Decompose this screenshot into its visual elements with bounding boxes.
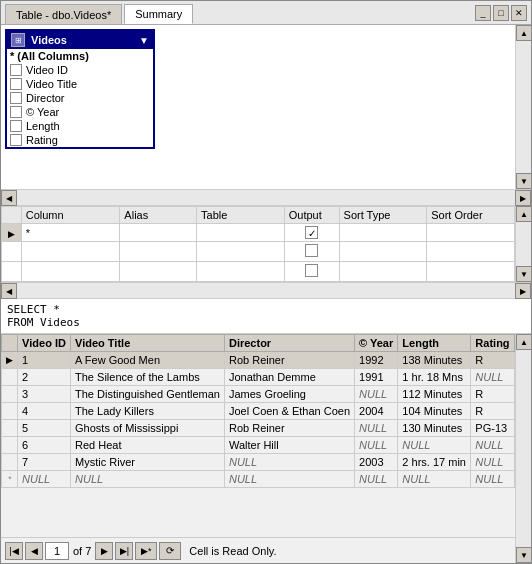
nav-new-btn[interactable]: ▶* xyxy=(135,542,157,560)
schema-scroll-left[interactable]: ◀ xyxy=(1,190,17,206)
grid-row2-output[interactable] xyxy=(284,242,339,262)
schema-col-4[interactable]: © Year xyxy=(7,105,153,119)
grid-hscroll[interactable]: ◀ ▶ xyxy=(1,283,531,299)
grid-row2-sortorder[interactable] xyxy=(427,242,515,262)
schema-col-6[interactable]: Rating xyxy=(7,133,153,147)
maximize-button[interactable]: □ xyxy=(493,5,509,21)
schema-col-checkbox-4[interactable] xyxy=(10,106,22,118)
grid-row3-sorttype[interactable] xyxy=(339,262,427,282)
grid-row1-table[interactable] xyxy=(197,224,285,242)
grid-row2-check[interactable] xyxy=(305,244,318,257)
grid-row1-sortorder[interactable] xyxy=(427,224,515,242)
results-row-year-2[interactable]: 1991 xyxy=(355,369,398,386)
results-row-director-3[interactable]: James Groeling xyxy=(224,386,354,403)
grid-scroll-down[interactable]: ▼ xyxy=(516,266,531,282)
results-row-id-4[interactable]: 4 xyxy=(18,403,71,420)
results-row-rating-3[interactable]: R xyxy=(471,386,515,403)
grid-row1-alias[interactable] xyxy=(120,224,197,242)
schema-scroll-up[interactable]: ▲ xyxy=(516,25,531,41)
schema-col-checkbox-5[interactable] xyxy=(10,120,22,132)
results-row-director-4[interactable]: Joel Coen & Ethan Coen xyxy=(224,403,354,420)
grid-vscroll[interactable]: ▲ ▼ xyxy=(515,206,531,282)
results-row-year-5[interactable]: NULL xyxy=(355,420,398,437)
results-row-year-4[interactable]: 2004 xyxy=(355,403,398,420)
grid-row1-col[interactable]: * xyxy=(21,224,120,242)
results-row-director-5[interactable]: Rob Reiner xyxy=(224,420,354,437)
schema-scroll-down[interactable]: ▼ xyxy=(516,173,531,189)
results-row-title-4[interactable]: The Lady Killers xyxy=(71,403,225,420)
grid-row2-table[interactable] xyxy=(197,242,285,262)
results-row-year-6[interactable]: NULL xyxy=(355,437,398,454)
grid-row2-sorttype[interactable] xyxy=(339,242,427,262)
grid-row1-output[interactable]: ✓ xyxy=(284,224,339,242)
grid-row3-sortorder[interactable] xyxy=(427,262,515,282)
results-table-wrap[interactable]: Video ID Video Title Director © Year Len… xyxy=(1,334,515,537)
schema-vscroll[interactable]: ▲ ▼ xyxy=(515,25,531,189)
results-row-rating-4[interactable]: R xyxy=(471,403,515,420)
results-row-id-6[interactable]: 6 xyxy=(18,437,71,454)
table-collapse-btn[interactable]: ▼ xyxy=(139,35,149,46)
results-row-title-1[interactable]: A Few Good Men xyxy=(71,352,225,369)
results-row-id-7[interactable]: 7 xyxy=(18,454,71,471)
schema-col-2[interactable]: Video Title xyxy=(7,77,153,91)
results-row-length-3[interactable]: 112 Minutes xyxy=(398,386,471,403)
results-row-title-8[interactable]: NULL xyxy=(71,471,225,488)
results-row-year-1[interactable]: 1992 xyxy=(355,352,398,369)
results-row-id-3[interactable]: 3 xyxy=(18,386,71,403)
results-row-length-4[interactable]: 104 Minutes xyxy=(398,403,471,420)
nav-prev-btn[interactable]: ◀ xyxy=(25,542,43,560)
results-row-rating-7[interactable]: NULL xyxy=(471,454,515,471)
nav-next-btn[interactable]: ▶ xyxy=(95,542,113,560)
grid-row3-output[interactable] xyxy=(284,262,339,282)
schema-col-checkbox-3[interactable] xyxy=(10,92,22,104)
results-vscroll[interactable]: ▲ ▼ xyxy=(515,334,531,563)
grid-row2-col[interactable] xyxy=(21,242,120,262)
results-row-id-2[interactable]: 2 xyxy=(18,369,71,386)
results-row-length-8[interactable]: NULL xyxy=(398,471,471,488)
results-row-rating-8[interactable]: NULL xyxy=(471,471,515,488)
grid-row3-check[interactable] xyxy=(305,264,318,277)
grid-row1-sorttype[interactable] xyxy=(339,224,427,242)
grid-row3-alias[interactable] xyxy=(120,262,197,282)
grid-row1-check[interactable]: ✓ xyxy=(305,226,318,239)
results-row-rating-5[interactable]: PG-13 xyxy=(471,420,515,437)
grid-row3-col[interactable] xyxy=(21,262,120,282)
results-row-year-7[interactable]: 2003 xyxy=(355,454,398,471)
results-row-length-2[interactable]: 1 hr. 18 Mns xyxy=(398,369,471,386)
all-columns-row[interactable]: * (All Columns) xyxy=(7,49,153,63)
schema-col-checkbox-6[interactable] xyxy=(10,134,22,146)
results-row-length-1[interactable]: 138 Minutes xyxy=(398,352,471,369)
results-row-rating-6[interactable]: NULL xyxy=(471,437,515,454)
grid-row2-alias[interactable] xyxy=(120,242,197,262)
results-row-id-1[interactable]: 1 xyxy=(18,352,71,369)
results-scroll-down[interactable]: ▼ xyxy=(516,547,531,563)
close-button[interactable]: ✕ xyxy=(511,5,527,21)
nav-refresh-btn[interactable]: ⟳ xyxy=(159,542,181,560)
results-row-length-6[interactable]: NULL xyxy=(398,437,471,454)
schema-col-1[interactable]: Video ID xyxy=(7,63,153,77)
results-row-title-7[interactable]: Mystic River xyxy=(71,454,225,471)
results-row-year-8[interactable]: NULL xyxy=(355,471,398,488)
results-row-year-3[interactable]: NULL xyxy=(355,386,398,403)
nav-page-input[interactable]: 1 xyxy=(45,542,69,560)
minimize-button[interactable]: _ xyxy=(475,5,491,21)
results-row-title-5[interactable]: Ghosts of Mississippi xyxy=(71,420,225,437)
results-row-director-6[interactable]: Walter Hill xyxy=(224,437,354,454)
results-row-director-2[interactable]: Jonathan Demme xyxy=(224,369,354,386)
results-row-title-6[interactable]: Red Heat xyxy=(71,437,225,454)
grid-scroll-up[interactable]: ▲ xyxy=(516,206,531,222)
results-row-director-8[interactable]: NULL xyxy=(224,471,354,488)
results-row-title-2[interactable]: The Silence of the Lambs xyxy=(71,369,225,386)
results-row-rating-1[interactable]: R xyxy=(471,352,515,369)
results-row-director-1[interactable]: Rob Reiner xyxy=(224,352,354,369)
tab-table[interactable]: Table - dbo.Videos* xyxy=(5,4,122,24)
schema-scroll-right[interactable]: ▶ xyxy=(515,190,531,206)
tab-summary[interactable]: Summary xyxy=(124,4,193,24)
results-row-length-5[interactable]: 130 Minutes xyxy=(398,420,471,437)
results-row-title-3[interactable]: The Distinguished Gentleman xyxy=(71,386,225,403)
results-row-id-8[interactable]: NULL xyxy=(18,471,71,488)
schema-col-5[interactable]: Length xyxy=(7,119,153,133)
results-row-rating-2[interactable]: NULL xyxy=(471,369,515,386)
nav-last-btn[interactable]: ▶| xyxy=(115,542,133,560)
schema-col-3[interactable]: Director xyxy=(7,91,153,105)
